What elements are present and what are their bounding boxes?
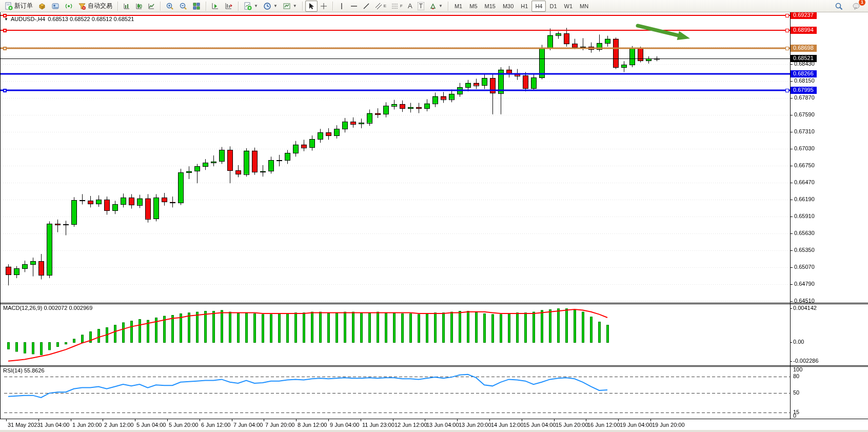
timeframe-h1-button[interactable]: H1 — [517, 1, 531, 12]
label-tool-glyph: T — [418, 2, 424, 10]
quote-ohlc-label: 0.68513 0.68522 0.68512 0.68521 — [48, 16, 134, 22]
tile-windows-icon — [192, 2, 201, 10]
symbol-label: AUDUSD-,H4 — [11, 16, 45, 22]
zoom-out-icon — [179, 2, 187, 10]
signals-button[interactable] — [62, 1, 75, 12]
auto-trading-button[interactable]: 自动交易 — [75, 1, 115, 12]
template-icon — [283, 2, 291, 10]
zoom-in-icon — [166, 2, 174, 10]
market-watch-button[interactable] — [49, 1, 62, 12]
time-axis[interactable] — [0, 419, 790, 430]
horizontal-line-icon — [350, 3, 358, 10]
crosshair-icon — [320, 3, 327, 10]
new-order-label: 新订单 — [14, 2, 33, 10]
auto-scroll-button[interactable] — [209, 1, 222, 12]
crosshair-tool-button[interactable] — [318, 1, 330, 12]
indicators-button[interactable]: ▼ — [241, 1, 261, 12]
vertical-line-icon — [338, 3, 345, 10]
indicators-icon — [244, 2, 252, 10]
bar-chart-icon — [123, 3, 130, 10]
timeframe-h4-button[interactable]: H4 — [531, 1, 546, 12]
chart-shift-icon — [225, 2, 233, 10]
candle-chart-icon — [135, 3, 143, 10]
timeframe-m30-button[interactable]: M30 — [499, 1, 517, 12]
horizontal-line-tool-button[interactable] — [348, 1, 360, 12]
search-button[interactable] — [832, 1, 845, 12]
main-chart-pane[interactable] — [0, 12, 790, 303]
signal-icon — [65, 2, 73, 10]
channel-tool-button[interactable]: E — [372, 1, 389, 12]
new-order-button[interactable]: 新订单 — [2, 1, 35, 12]
dropdown-arrow-icon: ▼ — [439, 4, 443, 8]
fibonacci-icon — [391, 3, 399, 10]
timeframe-m5-button[interactable]: M5 — [466, 1, 481, 12]
toolbar-separator — [448, 2, 448, 11]
timeframe-w1-button[interactable]: W1 — [561, 1, 577, 12]
macd-pane[interactable] — [0, 304, 790, 365]
timeframe-d1-button[interactable]: D1 — [546, 1, 560, 12]
text-tool-glyph: A — [408, 2, 412, 10]
clock-icon — [263, 2, 271, 10]
toolbar-separator — [238, 2, 239, 11]
vertical-line-tool-button[interactable] — [336, 1, 348, 12]
timeframe-group: M1 M5 M15 M30 H1 H4 D1 W1 MN — [451, 1, 592, 12]
zoom-in-button[interactable] — [163, 1, 176, 12]
toolbar-separator — [117, 2, 118, 11]
trendline-tool-button[interactable] — [360, 1, 372, 12]
channel-icon — [375, 3, 382, 10]
new-order-icon — [5, 2, 13, 10]
templates-button[interactable]: ▼ — [280, 1, 300, 12]
notifications-button[interactable]: 1 — [850, 1, 863, 12]
toolbar: 新订单 自动交易 — [0, 0, 868, 12]
rsi-header-label: RSI(14) 55.8626 — [3, 367, 45, 374]
fibo-glyph: F — [400, 4, 403, 8]
fibonacci-tool-button[interactable]: F — [389, 1, 405, 12]
timeframe-m15-button[interactable]: M15 — [481, 1, 499, 12]
auto-trading-icon — [78, 2, 86, 10]
price-axis[interactable] — [790, 12, 868, 419]
candle-chart-button[interactable] — [133, 1, 145, 12]
timeframe-m1-button[interactable]: M1 — [451, 1, 466, 12]
trendline-icon — [363, 3, 370, 10]
toolbar-separator — [332, 2, 333, 11]
search-icon — [835, 2, 843, 10]
toolbar-separator — [302, 2, 303, 11]
channel-glyph: E — [384, 4, 386, 8]
periods-button[interactable]: ▼ — [261, 1, 280, 12]
tile-windows-button[interactable] — [190, 1, 203, 12]
zoom-out-button[interactable] — [176, 1, 190, 12]
chart-profile-button[interactable] — [35, 1, 49, 12]
chart-shift-button[interactable] — [222, 1, 235, 12]
toolbar-separator — [206, 2, 206, 11]
cursor-tool-button[interactable] — [305, 1, 318, 12]
label-tool-button[interactable]: T — [415, 1, 427, 12]
mt4-window: 新订单 自动交易 — [0, 0, 868, 432]
profile-cube-icon — [38, 2, 46, 10]
notification-badge: 1 — [859, 0, 865, 6]
market-watch-icon — [51, 2, 60, 10]
auto-scroll-icon — [211, 2, 220, 10]
text-tool-button[interactable]: A — [405, 1, 415, 12]
arrows-tool-icon — [429, 3, 437, 10]
line-chart-icon — [148, 3, 155, 10]
toolbar-separator — [160, 2, 161, 11]
dropdown-arrow-icon: ▼ — [254, 4, 258, 8]
arrows-tool-button[interactable]: ▼ — [427, 1, 445, 12]
collapse-triangle-icon: ▼ — [4, 17, 8, 22]
dropdown-arrow-icon: ▼ — [293, 4, 297, 8]
macd-header-label: MACD(12,26,9) 0.002072 0.002969 — [3, 305, 92, 311]
timeframe-mn-button[interactable]: MN — [576, 1, 592, 12]
auto-trading-label: 自动交易 — [88, 2, 112, 10]
cursor-icon — [308, 3, 315, 10]
line-chart-button[interactable] — [145, 1, 157, 12]
rsi-pane[interactable] — [0, 366, 790, 419]
dropdown-arrow-icon: ▼ — [273, 4, 278, 8]
symbol-header[interactable]: ▼ AUDUSD-,H4 0.68513 0.68522 0.68512 0.6… — [4, 16, 134, 22]
bar-chart-button[interactable] — [121, 1, 133, 12]
